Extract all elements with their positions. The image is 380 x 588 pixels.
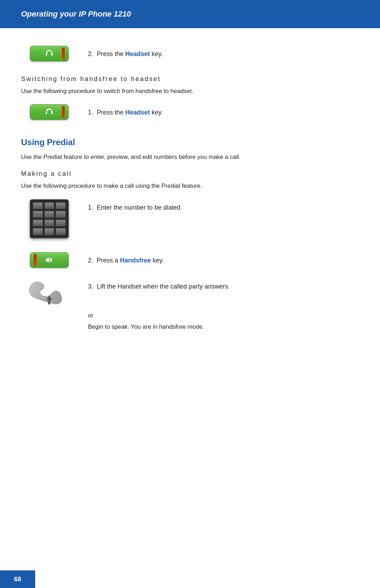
headset-button-visual (30, 104, 69, 120)
step2-row: 2. Press a Handsfree key. (21, 252, 359, 268)
svg-rect-0 (46, 53, 47, 56)
key-1 (33, 202, 43, 210)
step3-row: 3. Lift the Handset when the called part… (21, 278, 359, 307)
keypad-image (21, 199, 77, 238)
handsfree-button-visual (30, 252, 69, 268)
headset-icon-top (44, 49, 54, 58)
predial-subtext: Use the Predial feature to enter, previe… (21, 152, 359, 162)
svg-rect-7 (48, 300, 50, 304)
handset-icon (25, 278, 74, 307)
main-content: 2. Press the Headset key. Switching from… (0, 28, 380, 367)
headset-key-image (21, 104, 77, 120)
handset-image (21, 278, 77, 307)
key-8 (44, 219, 55, 227)
key-3 (56, 202, 66, 210)
page-header: Operating your IP Phone 1210 (0, 0, 380, 28)
step-text-top: 2. Press the Headset key. (88, 46, 359, 59)
switching-subtext: Use the following procedure to switch fr… (21, 86, 359, 96)
step1-text: 1. Enter the number to be dialed. (88, 199, 359, 212)
key-star (33, 228, 43, 235)
red-bar-left (34, 254, 37, 266)
headset-key-image-top (21, 46, 77, 61)
step3-text: 3. Lift the Handset when the called part… (88, 278, 359, 291)
switching-step1-text: 1. Press the Headset key. (88, 104, 359, 117)
svg-rect-2 (46, 112, 47, 114)
header-title: Operating your IP Phone 1210 (21, 10, 131, 19)
key-9 (56, 219, 66, 227)
red-bar-top (62, 48, 65, 60)
page-footer: 68 (0, 570, 35, 588)
keypad-visual (30, 199, 69, 238)
key-6 (56, 211, 66, 218)
header-title-number: 1210 (114, 10, 131, 18)
or-text: or (88, 312, 359, 319)
switching-step-row: 1. Press the Headset key. (21, 104, 359, 120)
handsfree-image (21, 252, 77, 268)
step1-row: 1. Enter the number to be dialed. (21, 199, 359, 238)
svg-rect-3 (51, 112, 53, 114)
key-2 (44, 202, 55, 210)
page-number: 68 (14, 576, 21, 583)
headset-button-visual-top (30, 46, 69, 61)
step2-text: 2. Press a Handsfree key. (88, 252, 359, 265)
headset-icon (44, 107, 54, 117)
speaker-icon (44, 255, 55, 265)
svg-rect-1 (51, 53, 53, 56)
svg-marker-4 (47, 258, 49, 262)
making-heading: Making a call (21, 170, 359, 178)
switching-heading: Switching from handsfree to headset (21, 75, 359, 83)
key-5 (44, 211, 55, 218)
step-row-top: 2. Press the Headset key. (21, 46, 359, 61)
key-0 (44, 228, 55, 235)
red-bar (62, 106, 65, 118)
or-begin-area: or Begin to speak. You are in handsfree … (21, 312, 359, 332)
begin-text: Begin to speak. You are in handsfree mod… (88, 322, 359, 332)
key-hash (56, 228, 66, 235)
making-subtext: Use the following procedure to make a ca… (21, 181, 359, 191)
key-4 (33, 211, 43, 218)
header-title-prefix: Operating your IP Phone (21, 10, 114, 18)
predial-heading: Using Predial (21, 137, 359, 147)
svg-marker-5 (45, 259, 47, 261)
key-7 (33, 219, 43, 227)
